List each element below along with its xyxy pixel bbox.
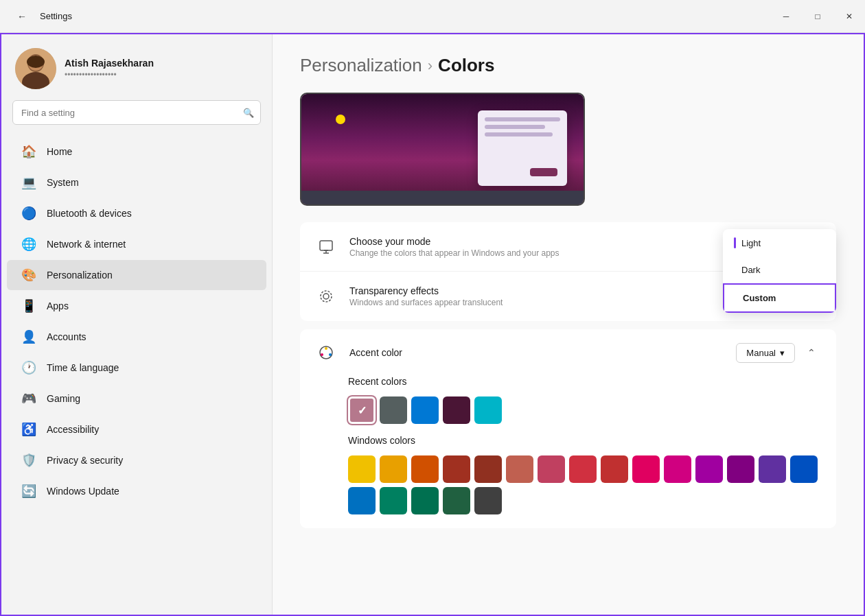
sidebar-item-label-time: Time & language [47, 362, 119, 373]
accessibility-icon: ♿ [21, 421, 37, 438]
dark-option-label: Dark [741, 265, 760, 275]
user-profile[interactable]: Atish Rajasekharan •••••••••••••••••• [1, 34, 272, 100]
windows-color-swatch-1[interactable] [380, 455, 407, 483]
sidebar-item-update[interactable]: 🔄 Windows Update [7, 476, 266, 506]
mode-dropdown-popup: Light Dark Custom [723, 229, 836, 313]
gaming-icon: 🎮 [21, 390, 37, 407]
preview-background [301, 94, 584, 204]
mode-option-light[interactable]: Light [723, 229, 836, 257]
windows-color-swatch-6[interactable] [538, 455, 565, 483]
windows-color-swatch-7[interactable] [569, 455, 597, 483]
mode-option-dark[interactable]: Dark [723, 257, 836, 283]
sidebar-item-network[interactable]: 🌐 Network & internet [7, 229, 266, 259]
sidebar-item-label-network: Network & internet [47, 239, 126, 250]
breadcrumb-separator: › [428, 57, 432, 75]
windows-color-swatch-9[interactable] [632, 455, 660, 483]
windows-color-swatch-15[interactable] [348, 487, 376, 514]
windows-color-swatch-0[interactable] [348, 455, 376, 483]
sidebar-item-gaming[interactable]: 🎮 Gaming [7, 383, 266, 414]
apps-icon: 📱 [21, 298, 37, 314]
windows-color-swatch-4[interactable] [474, 455, 502, 483]
theme-preview [300, 93, 585, 206]
accent-dropdown-value: Manual [746, 348, 776, 358]
sidebar-item-label-personalization: Personalization [47, 270, 113, 281]
custom-option-label: Custom [743, 293, 776, 303]
windows-color-swatch-10[interactable] [664, 455, 691, 483]
svg-point-12 [325, 347, 327, 350]
preview-button [530, 168, 557, 176]
recent-color-swatch-1[interactable] [380, 396, 407, 424]
home-icon: 🏠 [21, 143, 37, 160]
windows-color-swatch-3[interactable] [443, 455, 470, 483]
breadcrumb-parent: Personalization [300, 55, 422, 76]
preview-window [478, 110, 567, 186]
accent-header-row: Accent color Manual ▾ ⌃ [300, 329, 836, 376]
light-option-label: Light [741, 238, 761, 248]
accent-collapse-button[interactable]: ⌃ [800, 342, 822, 364]
sidebar-item-label-privacy: Privacy & security [47, 455, 123, 466]
user-name: Atish Rajasekharan [65, 58, 154, 69]
recent-colors-section: Recent colors ✓ [300, 376, 836, 435]
windows-colors-section: Windows colors [300, 435, 836, 528]
sidebar-item-bluetooth[interactable]: 🔵 Bluetooth & devices [7, 198, 266, 228]
svg-point-9 [321, 291, 332, 302]
preview-line-2 [485, 125, 545, 129]
sidebar-item-label-system: System [47, 177, 79, 188]
mode-option-custom[interactable]: Custom [723, 283, 836, 313]
accent-dropdown-button[interactable]: Manual ▾ [736, 343, 795, 363]
light-indicator [734, 237, 736, 248]
windows-color-swatch-19[interactable] [474, 487, 502, 514]
recent-color-swatch-3[interactable] [443, 396, 470, 424]
windows-color-swatch-5[interactable] [506, 455, 533, 483]
preview-taskbar [301, 191, 584, 204]
recent-color-swatch-4[interactable] [474, 396, 502, 424]
breadcrumb-current: Colors [438, 55, 494, 76]
accent-controls: Manual ▾ ⌃ [736, 342, 822, 364]
windows-color-swatch-2[interactable] [411, 455, 439, 483]
windows-color-swatch-14[interactable] [790, 455, 818, 483]
recent-color-swatch-2[interactable] [411, 396, 439, 424]
windows-color-swatch-18[interactable] [443, 487, 470, 514]
back-button[interactable]: ← [11, 5, 33, 27]
accent-card: Accent color Manual ▾ ⌃ Recent colors ✓ … [300, 329, 836, 528]
search-icon: 🔍 [243, 108, 254, 118]
windows-color-swatch-13[interactable] [759, 455, 786, 483]
sidebar-item-home[interactable]: 🏠 Home [7, 137, 266, 167]
sidebar-item-system[interactable]: 💻 System [7, 167, 266, 198]
recent-color-swatch-0[interactable]: ✓ [348, 396, 376, 424]
recent-colors-title: Recent colors [348, 376, 822, 387]
sidebar-item-label-bluetooth: Bluetooth & devices [47, 208, 132, 219]
mode-desc: Change the colors that appear in Windows… [349, 248, 762, 258]
preview-line-1 [485, 117, 560, 121]
sidebar-item-label-home: Home [47, 146, 72, 157]
sidebar-item-privacy[interactable]: 🛡️ Privacy & security [7, 445, 266, 475]
search-container: 🔍 [12, 100, 261, 125]
close-button[interactable]: ✕ [833, 0, 865, 33]
network-icon: 🌐 [21, 236, 37, 252]
windows-color-swatches [348, 455, 822, 514]
maximize-button[interactable]: □ [802, 0, 833, 33]
sidebar-item-time[interactable]: 🕐 Time & language [7, 353, 266, 383]
svg-point-4 [27, 56, 45, 68]
sidebar-item-apps[interactable]: 📱 Apps [7, 291, 266, 321]
windows-color-swatch-17[interactable] [411, 487, 439, 514]
minimize-button[interactable]: ─ [770, 0, 802, 33]
windows-color-swatch-8[interactable] [601, 455, 628, 483]
sidebar-item-label-apps: Apps [47, 300, 69, 311]
windows-color-swatch-12[interactable] [727, 455, 754, 483]
sidebar-item-accessibility[interactable]: ♿ Accessibility [7, 414, 266, 445]
nav-list: 🏠 Home 💻 System 🔵 Bluetooth & devices 🌐 … [1, 136, 272, 507]
personalization-icon: 🎨 [21, 267, 37, 283]
accent-title: Accent color [349, 347, 736, 358]
windows-color-swatch-11[interactable] [695, 455, 723, 483]
preview-moon [336, 115, 345, 124]
sidebar-item-accounts[interactable]: 👤 Accounts [7, 322, 266, 352]
sidebar-item-label-gaming: Gaming [47, 393, 80, 404]
windows-color-swatch-16[interactable] [380, 487, 407, 514]
mode-card-container: Choose your mode Change the colors that … [300, 222, 836, 321]
recent-color-swatches: ✓ [348, 396, 822, 424]
bluetooth-icon: 🔵 [21, 205, 37, 222]
search-input[interactable] [12, 100, 261, 125]
sidebar-item-personalization[interactable]: 🎨 Personalization [7, 260, 266, 290]
breadcrumb: Personalization › Colors [300, 55, 836, 76]
